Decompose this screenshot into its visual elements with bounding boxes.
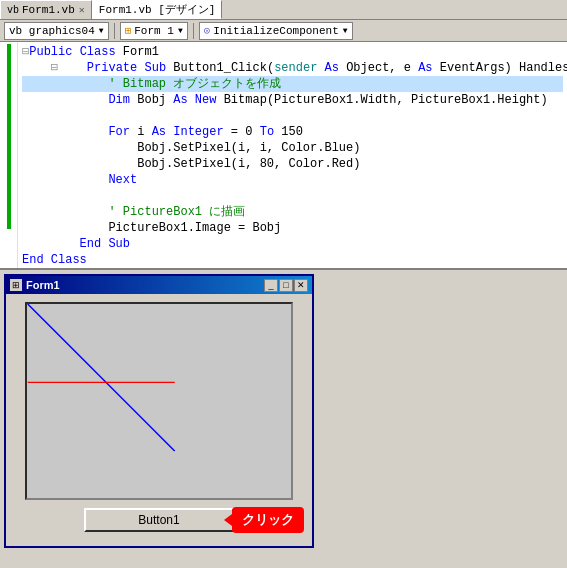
tab2-label: Form1.vb [デザイン] [99, 2, 216, 17]
toolbar-sep2 [193, 23, 194, 39]
minimize-button[interactable]: _ [264, 279, 278, 292]
code-line-2: ⊟ Private Sub Button1_Click(sender As Ob… [22, 60, 563, 76]
designer-area: ⊞ Form1 _ □ ✕ B [0, 270, 567, 568]
picturebox1 [25, 302, 293, 500]
restore-button[interactable]: □ [279, 279, 293, 292]
code-line-10 [22, 188, 563, 204]
context-arrow: ▼ [99, 26, 104, 35]
form-title-text: Form1 [26, 279, 264, 291]
method-dropdown[interactable]: ⊙ InitializeComponent ▼ [199, 22, 353, 40]
form-window-icon: ⊞ [12, 280, 20, 290]
line-indicator [0, 42, 18, 268]
button-area: Button1 クリック [84, 508, 234, 532]
method-icon: ⊙ [204, 24, 211, 37]
code-content[interactable]: ⊟Public Class Form1 ⊟ Private Sub Button… [18, 42, 567, 268]
tab1-close[interactable]: ✕ [79, 4, 85, 16]
code-line-12: PictureBox1.Image = Bobj [22, 220, 563, 236]
code-line-7: Bobj.SetPixel(i, i, Color.Blue) [22, 140, 563, 156]
close-button[interactable]: ✕ [294, 279, 308, 292]
code-line-13: End Sub [22, 236, 563, 252]
editor-area: vb Form1.vb ✕ Form1.vb [デザイン] vb graphic… [0, 0, 567, 270]
code-line-6: For i As Integer = 0 To 150 [22, 124, 563, 140]
click-text: クリック [242, 512, 294, 527]
form-title-icon: ⊞ [10, 279, 22, 291]
form-titlebar[interactable]: ⊞ Form1 _ □ ✕ [6, 276, 312, 294]
form-client: Button1 クリック [6, 294, 312, 546]
context-dropdown[interactable]: vb graphics04 ▼ [4, 22, 109, 40]
form-label: Form 1 [134, 25, 174, 37]
editor-tabs: vb Form1.vb ✕ Form1.vb [デザイン] [0, 0, 567, 20]
tab-form1-vb[interactable]: vb Form1.vb ✕ [0, 0, 92, 19]
picturebox-svg [27, 304, 291, 498]
method-label: InitializeComponent [213, 25, 338, 37]
button1[interactable]: Button1 [84, 508, 234, 532]
context-label: vb graphics04 [9, 25, 95, 37]
code-line-11: ' PictureBox1 に描画 [22, 204, 563, 220]
method-arrow: ▼ [343, 26, 348, 35]
code-line-1: ⊟Public Class Form1 [22, 44, 563, 60]
code-line-3: ' Bitmap オブジェクトを作成 [22, 76, 563, 92]
code-line-5 [22, 108, 563, 124]
vb-icon: vb [7, 5, 19, 16]
code-line-14: End Class [22, 252, 563, 268]
form-icon: ⊞ [125, 24, 132, 37]
green-bar [7, 44, 11, 229]
editor-toolbar: vb graphics04 ▼ ⊞ Form 1 ▼ ⊙ InitializeC… [0, 20, 567, 42]
form-arrow: ▼ [178, 26, 183, 35]
form-dropdown[interactable]: ⊞ Form 1 ▼ [120, 22, 188, 40]
form-titlebar-controls: _ □ ✕ [264, 279, 308, 292]
form-window: ⊞ Form1 _ □ ✕ B [4, 274, 314, 548]
code-container: ⊟Public Class Form1 ⊟ Private Sub Button… [0, 42, 567, 268]
click-badge: クリック [232, 507, 304, 533]
code-line-4: Dim Bobj As New Bitmap(PictureBox1.Width… [22, 92, 563, 108]
code-line-8: Bobj.SetPixel(i, 80, Color.Red) [22, 156, 563, 172]
svg-line-0 [28, 304, 175, 451]
tab-form1-designer[interactable]: Form1.vb [デザイン] [92, 0, 223, 19]
button1-label: Button1 [138, 513, 179, 527]
toolbar-sep1 [114, 23, 115, 39]
code-line-9: Next [22, 172, 563, 188]
tab1-label: Form1.vb [22, 4, 75, 16]
